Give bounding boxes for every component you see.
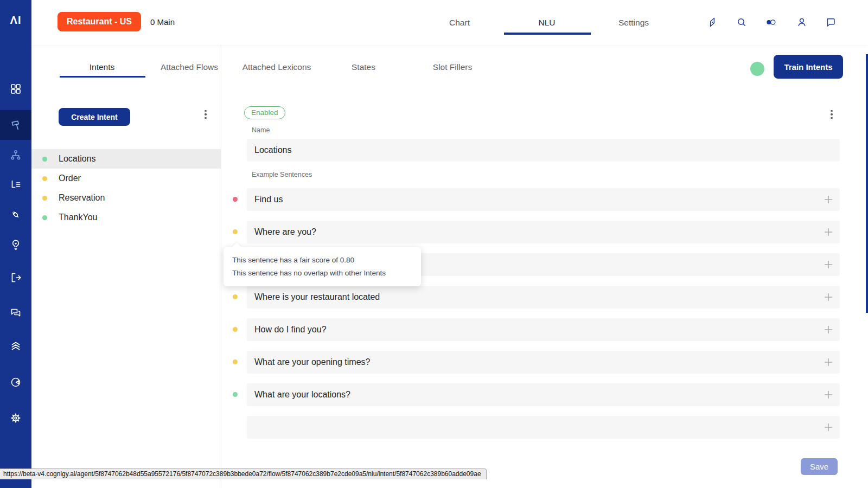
- active-subtab-underline: [60, 76, 145, 78]
- name-field-label: Name: [252, 126, 270, 134]
- sub-nav-tab[interactable]: Slot Fillers: [433, 62, 472, 72]
- toggle-circles-icon[interactable]: [765, 16, 777, 28]
- main-nav-tab[interactable]: Settings: [618, 18, 649, 28]
- chat-bubble-icon[interactable]: [825, 16, 837, 28]
- intent-list-item[interactable]: Reservation: [31, 188, 221, 208]
- history-clock-icon: [9, 376, 22, 389]
- app-sidebar: ΛI: [0, 0, 31, 488]
- add-annotation-icon[interactable]: [822, 226, 834, 238]
- intent-name: ThankYou: [59, 213, 97, 222]
- nlu-flag-icon: [9, 119, 22, 132]
- intent-score-dot: [42, 157, 47, 162]
- create-intent-button[interactable]: Create Intent: [59, 108, 130, 126]
- scrollbar-thumb[interactable]: [866, 54, 868, 313]
- sentence-score-dot: [233, 229, 238, 234]
- sentence-score-dot: [233, 327, 238, 332]
- sub-nav-tab[interactable]: Intents: [90, 62, 115, 72]
- sub-nav-tab[interactable]: Attached Lexicons: [242, 62, 311, 72]
- intent-score-dot: [42, 196, 47, 201]
- sidebar-item-flows[interactable]: [0, 140, 31, 170]
- search-icon[interactable]: [736, 16, 748, 28]
- tooltip-line-2: This sentence has no overlap with other …: [232, 267, 412, 280]
- sidebar-item-knowledge[interactable]: [0, 229, 31, 260]
- sentence-text: Find us: [254, 195, 283, 204]
- sentence-score-dot: [233, 197, 238, 202]
- enabled-status-chip: Enabled: [244, 106, 285, 119]
- example-sentence-row[interactable]: Where is your restaurant located: [247, 286, 840, 309]
- sentence-score-dot: [233, 359, 238, 364]
- sentence-text: What are your opening times?: [254, 357, 370, 367]
- intent-list-item[interactable]: Locations: [31, 149, 221, 169]
- skills-chevrons-icon: [9, 339, 22, 352]
- sidebar-item-dashboard[interactable]: [0, 74, 31, 104]
- example-sentence-row[interactable]: [247, 416, 840, 439]
- example-sentences-label: Example Sentences: [252, 171, 312, 178]
- intent-list-item[interactable]: Order: [31, 169, 221, 188]
- intent-list: Locations Order Reservation ThankYou: [31, 149, 221, 227]
- add-annotation-icon[interactable]: [822, 356, 834, 368]
- lexicons-icon: [9, 178, 22, 191]
- cognigy-logo: ΛI: [0, 14, 31, 27]
- sidebar-item-logout[interactable]: [0, 262, 31, 293]
- intent-menu-icon[interactable]: [828, 109, 835, 120]
- intent-name: Locations: [59, 154, 96, 164]
- sentence-text: Where is your restaurant located: [254, 292, 380, 302]
- example-sentence-row[interactable]: Find us: [247, 188, 840, 211]
- add-annotation-icon[interactable]: [822, 259, 834, 271]
- sidebar-item-lexicons[interactable]: [0, 169, 31, 200]
- dashboard-grid-icon: [9, 82, 22, 95]
- example-sentence-row[interactable]: How do I find you?: [247, 318, 840, 341]
- flows-hierarchy-icon: [9, 149, 22, 162]
- tooltip-line-1: This sentence has a fair score of 0.80: [232, 254, 412, 267]
- compass-icon[interactable]: [706, 16, 718, 28]
- intent-name-input[interactable]: Locations: [247, 139, 840, 162]
- sidebar-item-skills[interactable]: [0, 330, 31, 361]
- example-sentences-list: Find us Where are you? Where is your res…: [247, 188, 840, 448]
- intent-score-dot: [42, 176, 47, 181]
- intent-list-item[interactable]: ThankYou: [31, 208, 221, 227]
- main-nav-tab[interactable]: NLU: [538, 18, 555, 28]
- sentence-score-dot: [233, 392, 238, 397]
- sentence-text: What are your locations?: [254, 390, 350, 400]
- sentence-text: How do I find you?: [254, 325, 327, 335]
- sub-nav-tab[interactable]: Attached Flows: [161, 62, 218, 72]
- intent-list-menu-icon[interactable]: [202, 109, 209, 120]
- sidebar-item-nlu[interactable]: [0, 110, 31, 140]
- intent-score-dot: [42, 215, 47, 220]
- settings-gear-icon: [9, 412, 22, 425]
- add-annotation-icon[interactable]: [822, 389, 834, 401]
- add-annotation-icon[interactable]: [822, 421, 834, 433]
- example-sentence-row[interactable]: What are your opening times?: [247, 351, 840, 374]
- add-annotation-icon[interactable]: [822, 194, 834, 206]
- connections-plug-icon: [9, 208, 22, 221]
- user-icon[interactable]: [796, 16, 808, 28]
- sidebar-item-settings[interactable]: [0, 403, 31, 433]
- sidebar-item-history[interactable]: [0, 367, 31, 397]
- example-sentence-row[interactable]: Where are you?: [247, 221, 840, 243]
- status-url-bar: https://beta-v4.cognigy.ai/agent/5f87470…: [0, 468, 487, 479]
- train-intents-button[interactable]: Train Intents: [774, 55, 843, 79]
- active-nav-underline: [504, 33, 591, 35]
- knowledge-bulb-icon: [9, 238, 22, 251]
- save-button[interactable]: Save: [801, 458, 838, 475]
- add-annotation-icon[interactable]: [822, 324, 834, 336]
- add-annotation-icon[interactable]: [822, 291, 834, 303]
- sub-nav-tab[interactable]: States: [352, 62, 375, 72]
- sentence-score-tooltip: This sentence has a fair score of 0.80 T…: [224, 247, 421, 286]
- main-nav-tab[interactable]: Chart: [449, 18, 470, 28]
- sentence-text: Where are you?: [254, 227, 316, 237]
- sentence-score-dot: [233, 294, 238, 299]
- conversations-chat-icon: [9, 306, 22, 319]
- sidebar-item-connections[interactable]: [0, 200, 31, 230]
- intent-name: Order: [59, 174, 81, 183]
- nlu-status-dot: [750, 62, 764, 76]
- sidebar-item-conversations[interactable]: [0, 297, 31, 328]
- example-sentence-row[interactable]: What are your locations?: [247, 383, 840, 406]
- intent-name: Reservation: [59, 193, 105, 203]
- logout-icon: [9, 271, 22, 284]
